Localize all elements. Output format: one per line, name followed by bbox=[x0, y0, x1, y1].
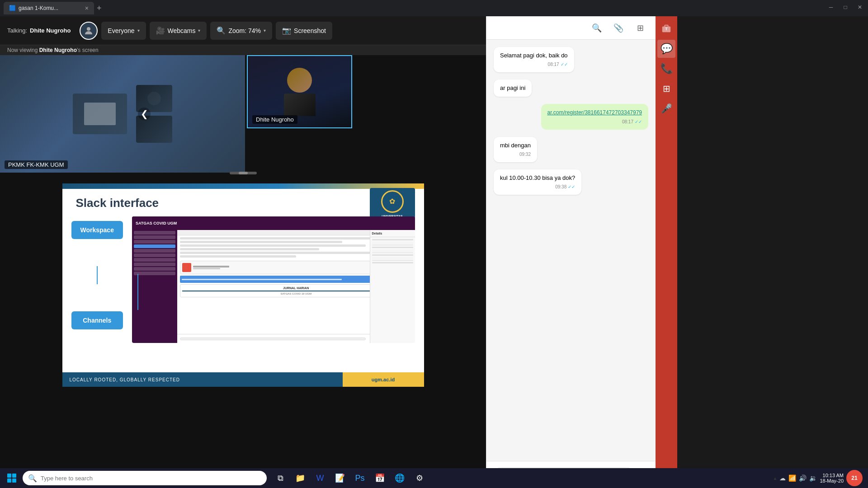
double-check-icon: ✓✓ bbox=[561, 61, 568, 68]
slack-channel-item bbox=[134, 267, 175, 271]
window-minimize-button[interactable]: ─ bbox=[826, 3, 836, 12]
slide-presentation-area: Slack interface ✿ UNIVERSITAS GADJAH MAD… bbox=[0, 174, 486, 488]
workspace-label: Workspace bbox=[71, 221, 123, 239]
webcam-icon: 🎥 bbox=[156, 26, 165, 35]
details-label: Details bbox=[370, 230, 415, 237]
calendar-button[interactable]: 📅 bbox=[371, 468, 389, 488]
wifi-icon[interactable]: 🔊 bbox=[799, 474, 807, 482]
chevron-down-icon: ▾ bbox=[137, 28, 140, 33]
teams-toolbar: Talking: Dhite Nugroho Everyone ▾ 🎥 Webc… bbox=[0, 16, 486, 45]
clock-time: 10:13 AM bbox=[823, 473, 844, 478]
everyone-button[interactable]: Everyone ▾ bbox=[101, 22, 146, 40]
message-text: Selamat pagi dok, baik do bbox=[500, 52, 568, 59]
browser-tab[interactable]: 🟦 gasan 1-Komu... × bbox=[4, 2, 94, 14]
start-button[interactable] bbox=[2, 468, 22, 488]
person-avatar-icon bbox=[80, 22, 98, 40]
paperclip-icon: 📎 bbox=[613, 23, 623, 33]
slack-channel-item bbox=[134, 272, 175, 275]
grid-menu-button[interactable]: ⊞ bbox=[632, 20, 648, 36]
onedrive-icon[interactable]: ☁ bbox=[779, 474, 786, 482]
teams-chat-sidebar-icon[interactable]: 💬 bbox=[657, 40, 675, 58]
footer-tagline: LOCALLY ROOTED, GLOBALLY RESPECTED bbox=[62, 372, 343, 387]
connector-line bbox=[97, 266, 98, 284]
task-view-button[interactable]: ⧉ bbox=[271, 468, 289, 488]
chevron-down-icon: ▾ bbox=[198, 28, 200, 33]
settings-button[interactable]: ⚙ bbox=[410, 468, 429, 488]
teams-mic-sidebar-icon[interactable]: 🎤 bbox=[657, 99, 675, 117]
svg-text:T: T bbox=[665, 27, 667, 31]
video-nav-left-arrow[interactable]: ❮ bbox=[138, 108, 151, 120]
volume-icon[interactable]: 🔉 bbox=[809, 474, 817, 482]
slack-sidebar bbox=[132, 230, 177, 343]
tab-title: gasan 1-Komu... bbox=[19, 5, 82, 11]
left-video-label: PKMK FK-KMK UGM bbox=[5, 160, 68, 169]
slide-connector bbox=[137, 274, 138, 310]
presenter-name: Dhite Nugroho bbox=[39, 47, 77, 53]
footer-website: ugm.ac.id bbox=[343, 372, 424, 387]
network-icon[interactable]: 📶 bbox=[788, 474, 796, 482]
screenshot-button[interactable]: 📷 Screenshot bbox=[276, 22, 332, 40]
teams-right-sidebar: T 💬 📞 ⊞ 🎤 bbox=[656, 16, 677, 488]
slack-workspace-name: SATGAS COVID UGM bbox=[136, 221, 177, 225]
slack-channel-item bbox=[134, 235, 175, 239]
tray-expand-arrow[interactable]: ▲ bbox=[773, 476, 777, 480]
browser-bar: 🟦 gasan 1-Komu... × + ─ □ ✕ bbox=[0, 0, 868, 16]
message-bubble-incoming: kul 10.00-10.30 bisa ya dok? 09:38 ✓✓ bbox=[494, 169, 581, 195]
left-video-panel: PKMK FK-KMK UGM bbox=[0, 55, 245, 173]
teams-phone-sidebar-icon[interactable]: 📞 bbox=[657, 60, 675, 78]
talking-label: Talking: Dhite Nugroho bbox=[7, 27, 71, 34]
file-explorer-button[interactable]: 📁 bbox=[291, 468, 309, 488]
message-bubble-incoming: mbi dengan 09:32 bbox=[494, 137, 537, 162]
ugm-emblem: ✿ bbox=[381, 190, 404, 213]
webcams-button[interactable]: 🎥 Webcams ▾ bbox=[150, 22, 207, 40]
window-maximize-button[interactable]: □ bbox=[840, 3, 851, 12]
teams-logo-icon: T bbox=[657, 20, 675, 38]
message-text: ar pagi ini bbox=[500, 84, 525, 91]
attach-button[interactable]: 📎 bbox=[610, 20, 627, 36]
window-controls: ─ □ ✕ bbox=[826, 3, 865, 12]
word-button[interactable]: W bbox=[311, 468, 329, 488]
list-item: Selamat pagi dok, baik do 08:17 ✓✓ bbox=[494, 47, 574, 72]
taskbar-search-input[interactable] bbox=[41, 475, 261, 482]
window-close-button[interactable]: ✕ bbox=[854, 3, 865, 12]
tab-close-button[interactable]: × bbox=[85, 5, 89, 12]
list-item: ar pagi ini bbox=[494, 80, 532, 97]
talking-name: Dhite Nugroho bbox=[30, 27, 71, 34]
photoshop-button[interactable]: Ps bbox=[351, 468, 369, 488]
system-clock[interactable]: 10:13 AM 18-May-20 bbox=[820, 473, 844, 483]
camera-icon: 📷 bbox=[282, 26, 291, 35]
slack-channel-item bbox=[134, 253, 175, 257]
slack-screenshot: SATGAS COVID UGM bbox=[132, 216, 415, 343]
chevron-down-icon: ▾ bbox=[264, 28, 266, 33]
taskbar-search-box[interactable]: 🔍 bbox=[23, 471, 267, 485]
zoom-button[interactable]: 🔍 Zoom: 74% ▾ bbox=[210, 22, 272, 40]
list-item: ar.com/register/3816617472703347979 08:1… bbox=[541, 104, 649, 129]
screenshot-label: Screenshot bbox=[294, 27, 326, 34]
list-item: kul 10.00-10.30 bisa ya dok? 09:38 ✓✓ bbox=[494, 169, 581, 195]
chrome-button[interactable]: 🌐 bbox=[391, 468, 409, 488]
slide-labels: Workspace Channels bbox=[71, 216, 123, 343]
main-area: Talking: Dhite Nugroho Everyone ▾ 🎥 Webc… bbox=[0, 16, 868, 488]
channels-label: Channels bbox=[71, 311, 123, 329]
everyone-label: Everyone bbox=[108, 27, 134, 34]
sticky-notes-button[interactable]: 📝 bbox=[331, 468, 349, 488]
search-icon: 🔍 bbox=[592, 23, 602, 33]
teams-video-area: Talking: Dhite Nugroho Everyone ▾ 🎥 Webc… bbox=[0, 16, 486, 488]
grid-icon: ⊞ bbox=[637, 23, 644, 33]
double-check-icon: ✓✓ bbox=[635, 119, 642, 125]
list-item: mbi dengan 09:32 bbox=[494, 137, 537, 162]
slack-ui-mockup: SATGAS COVID UGM bbox=[132, 216, 415, 343]
message-link[interactable]: ar.com/register/3816617472703347979 bbox=[547, 109, 642, 116]
taskbar: 🔍 ⧉ 📁 W 📝 Ps 📅 🌐 ⚙ ▲ ☁ 📶 🔊 🔉 10:13 AM 18… bbox=[0, 468, 868, 488]
double-check-icon: ✓✓ bbox=[568, 184, 575, 190]
teams-grid-sidebar-icon[interactable]: ⊞ bbox=[657, 80, 675, 98]
notification-badge[interactable]: 21 bbox=[846, 470, 863, 486]
taskbar-system-tray: ▲ ☁ 📶 🔊 🔉 10:13 AM 18-May-20 21 bbox=[773, 470, 866, 486]
slack-channel-item-active bbox=[134, 244, 175, 248]
message-time: 09:38 ✓✓ bbox=[500, 184, 575, 190]
new-tab-button[interactable]: + bbox=[97, 4, 102, 13]
video-panels-container: PKMK FK-KMK UGM ❮ Dhite Nugroho bbox=[0, 55, 486, 173]
clock-date: 18-May-20 bbox=[820, 478, 844, 483]
search-chat-button[interactable]: 🔍 bbox=[589, 20, 605, 36]
message-time: 09:32 bbox=[500, 151, 531, 158]
